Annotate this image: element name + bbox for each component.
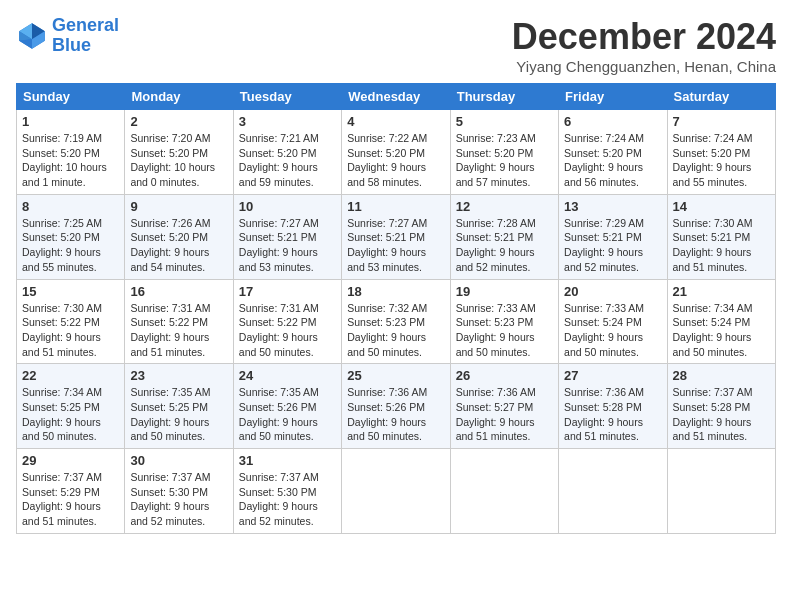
calendar-cell: 18 Sunrise: 7:32 AM Sunset: 5:23 PM Dayl… [342, 279, 450, 364]
day-number: 9 [130, 199, 227, 214]
logo-line1: General [52, 15, 119, 35]
page-container: General Blue December 2024 Yiyang Chengg… [16, 16, 776, 534]
day-number: 5 [456, 114, 553, 129]
day-info: Sunrise: 7:27 AM Sunset: 5:21 PM Dayligh… [347, 216, 444, 275]
calendar-cell: 15 Sunrise: 7:30 AM Sunset: 5:22 PM Dayl… [17, 279, 125, 364]
calendar-cell: 26 Sunrise: 7:36 AM Sunset: 5:27 PM Dayl… [450, 364, 558, 449]
day-number: 23 [130, 368, 227, 383]
calendar-cell: 19 Sunrise: 7:33 AM Sunset: 5:23 PM Dayl… [450, 279, 558, 364]
day-number: 18 [347, 284, 444, 299]
day-info: Sunrise: 7:19 AM Sunset: 5:20 PM Dayligh… [22, 131, 119, 190]
day-info: Sunrise: 7:31 AM Sunset: 5:22 PM Dayligh… [239, 301, 336, 360]
day-number: 1 [22, 114, 119, 129]
day-number: 13 [564, 199, 661, 214]
day-info: Sunrise: 7:21 AM Sunset: 5:20 PM Dayligh… [239, 131, 336, 190]
calendar-table: SundayMondayTuesdayWednesdayThursdayFrid… [16, 83, 776, 534]
day-info: Sunrise: 7:24 AM Sunset: 5:20 PM Dayligh… [673, 131, 770, 190]
calendar-cell: 28 Sunrise: 7:37 AM Sunset: 5:28 PM Dayl… [667, 364, 775, 449]
calendar-cell: 25 Sunrise: 7:36 AM Sunset: 5:26 PM Dayl… [342, 364, 450, 449]
calendar-cell: 24 Sunrise: 7:35 AM Sunset: 5:26 PM Dayl… [233, 364, 341, 449]
calendar-cell: 17 Sunrise: 7:31 AM Sunset: 5:22 PM Dayl… [233, 279, 341, 364]
day-info: Sunrise: 7:20 AM Sunset: 5:20 PM Dayligh… [130, 131, 227, 190]
calendar-cell: 1 Sunrise: 7:19 AM Sunset: 5:20 PM Dayli… [17, 110, 125, 195]
day-info: Sunrise: 7:35 AM Sunset: 5:26 PM Dayligh… [239, 385, 336, 444]
location-title: Yiyang Chengguanzhen, Henan, China [512, 58, 776, 75]
calendar-cell: 31 Sunrise: 7:37 AM Sunset: 5:30 PM Dayl… [233, 449, 341, 534]
logo-text: General Blue [52, 16, 119, 56]
day-number: 2 [130, 114, 227, 129]
day-info: Sunrise: 7:33 AM Sunset: 5:23 PM Dayligh… [456, 301, 553, 360]
calendar-week-row: 8 Sunrise: 7:25 AM Sunset: 5:20 PM Dayli… [17, 194, 776, 279]
calendar-cell: 20 Sunrise: 7:33 AM Sunset: 5:24 PM Dayl… [559, 279, 667, 364]
day-info: Sunrise: 7:32 AM Sunset: 5:23 PM Dayligh… [347, 301, 444, 360]
day-info: Sunrise: 7:37 AM Sunset: 5:30 PM Dayligh… [239, 470, 336, 529]
day-info: Sunrise: 7:35 AM Sunset: 5:25 PM Dayligh… [130, 385, 227, 444]
day-info: Sunrise: 7:34 AM Sunset: 5:25 PM Dayligh… [22, 385, 119, 444]
day-info: Sunrise: 7:22 AM Sunset: 5:20 PM Dayligh… [347, 131, 444, 190]
calendar-cell: 14 Sunrise: 7:30 AM Sunset: 5:21 PM Dayl… [667, 194, 775, 279]
day-number: 4 [347, 114, 444, 129]
day-number: 7 [673, 114, 770, 129]
calendar-week-row: 1 Sunrise: 7:19 AM Sunset: 5:20 PM Dayli… [17, 110, 776, 195]
month-title: December 2024 [512, 16, 776, 58]
calendar-cell: 6 Sunrise: 7:24 AM Sunset: 5:20 PM Dayli… [559, 110, 667, 195]
day-info: Sunrise: 7:34 AM Sunset: 5:24 PM Dayligh… [673, 301, 770, 360]
calendar-header-monday: Monday [125, 84, 233, 110]
title-block: December 2024 Yiyang Chengguanzhen, Hena… [512, 16, 776, 75]
calendar-cell: 4 Sunrise: 7:22 AM Sunset: 5:20 PM Dayli… [342, 110, 450, 195]
calendar-cell [559, 449, 667, 534]
day-number: 26 [456, 368, 553, 383]
day-info: Sunrise: 7:24 AM Sunset: 5:20 PM Dayligh… [564, 131, 661, 190]
calendar-cell: 27 Sunrise: 7:36 AM Sunset: 5:28 PM Dayl… [559, 364, 667, 449]
calendar-cell: 13 Sunrise: 7:29 AM Sunset: 5:21 PM Dayl… [559, 194, 667, 279]
day-info: Sunrise: 7:36 AM Sunset: 5:28 PM Dayligh… [564, 385, 661, 444]
day-number: 17 [239, 284, 336, 299]
header: General Blue December 2024 Yiyang Chengg… [16, 16, 776, 75]
day-number: 24 [239, 368, 336, 383]
day-info: Sunrise: 7:33 AM Sunset: 5:24 PM Dayligh… [564, 301, 661, 360]
day-info: Sunrise: 7:30 AM Sunset: 5:21 PM Dayligh… [673, 216, 770, 275]
calendar-header-friday: Friday [559, 84, 667, 110]
svg-marker-5 [19, 39, 32, 49]
calendar-cell: 2 Sunrise: 7:20 AM Sunset: 5:20 PM Dayli… [125, 110, 233, 195]
day-number: 10 [239, 199, 336, 214]
calendar-cell: 11 Sunrise: 7:27 AM Sunset: 5:21 PM Dayl… [342, 194, 450, 279]
day-info: Sunrise: 7:25 AM Sunset: 5:20 PM Dayligh… [22, 216, 119, 275]
day-number: 6 [564, 114, 661, 129]
day-info: Sunrise: 7:37 AM Sunset: 5:30 PM Dayligh… [130, 470, 227, 529]
day-info: Sunrise: 7:37 AM Sunset: 5:29 PM Dayligh… [22, 470, 119, 529]
day-number: 28 [673, 368, 770, 383]
calendar-header-saturday: Saturday [667, 84, 775, 110]
day-number: 14 [673, 199, 770, 214]
day-number: 31 [239, 453, 336, 468]
day-info: Sunrise: 7:31 AM Sunset: 5:22 PM Dayligh… [130, 301, 227, 360]
calendar-cell: 21 Sunrise: 7:34 AM Sunset: 5:24 PM Dayl… [667, 279, 775, 364]
calendar-cell: 5 Sunrise: 7:23 AM Sunset: 5:20 PM Dayli… [450, 110, 558, 195]
day-info: Sunrise: 7:37 AM Sunset: 5:28 PM Dayligh… [673, 385, 770, 444]
calendar-week-row: 29 Sunrise: 7:37 AM Sunset: 5:29 PM Dayl… [17, 449, 776, 534]
calendar-cell: 8 Sunrise: 7:25 AM Sunset: 5:20 PM Dayli… [17, 194, 125, 279]
day-number: 3 [239, 114, 336, 129]
day-info: Sunrise: 7:36 AM Sunset: 5:27 PM Dayligh… [456, 385, 553, 444]
day-info: Sunrise: 7:30 AM Sunset: 5:22 PM Dayligh… [22, 301, 119, 360]
day-number: 21 [673, 284, 770, 299]
calendar-cell: 12 Sunrise: 7:28 AM Sunset: 5:21 PM Dayl… [450, 194, 558, 279]
calendar-header-tuesday: Tuesday [233, 84, 341, 110]
day-info: Sunrise: 7:27 AM Sunset: 5:21 PM Dayligh… [239, 216, 336, 275]
calendar-cell [667, 449, 775, 534]
calendar-week-row: 22 Sunrise: 7:34 AM Sunset: 5:25 PM Dayl… [17, 364, 776, 449]
day-info: Sunrise: 7:29 AM Sunset: 5:21 PM Dayligh… [564, 216, 661, 275]
day-number: 22 [22, 368, 119, 383]
day-info: Sunrise: 7:28 AM Sunset: 5:21 PM Dayligh… [456, 216, 553, 275]
calendar-cell: 7 Sunrise: 7:24 AM Sunset: 5:20 PM Dayli… [667, 110, 775, 195]
calendar-cell: 29 Sunrise: 7:37 AM Sunset: 5:29 PM Dayl… [17, 449, 125, 534]
calendar-header-wednesday: Wednesday [342, 84, 450, 110]
calendar-cell: 3 Sunrise: 7:21 AM Sunset: 5:20 PM Dayli… [233, 110, 341, 195]
day-number: 25 [347, 368, 444, 383]
logo-line2: Blue [52, 35, 91, 55]
calendar-cell: 22 Sunrise: 7:34 AM Sunset: 5:25 PM Dayl… [17, 364, 125, 449]
day-info: Sunrise: 7:36 AM Sunset: 5:26 PM Dayligh… [347, 385, 444, 444]
calendar-week-row: 15 Sunrise: 7:30 AM Sunset: 5:22 PM Dayl… [17, 279, 776, 364]
day-number: 15 [22, 284, 119, 299]
calendar-header-sunday: Sunday [17, 84, 125, 110]
